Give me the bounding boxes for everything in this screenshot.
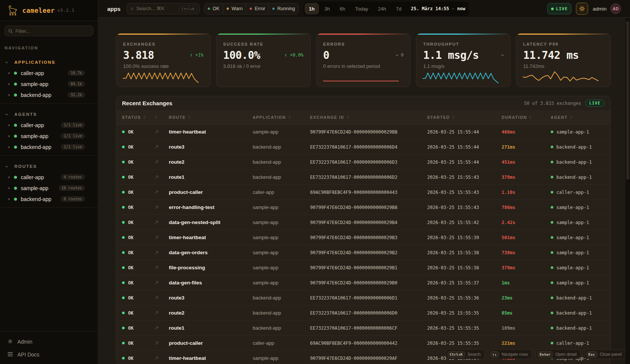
sidebar-item-sample-app[interactable]: sample-app84.1k — [0, 78, 98, 89]
sidebar-item-caller-app[interactable]: caller-app10.7k — [0, 68, 98, 78]
column-header-application[interactable]: APPLICATION — [253, 115, 310, 120]
agent-cell: sample-app-1 — [551, 220, 605, 225]
column-header-status[interactable]: STATUS — [122, 115, 154, 120]
column-header-label: STATUS — [122, 115, 141, 120]
open-exchange-cell[interactable] — [154, 145, 169, 149]
range-button-today[interactable]: Today — [351, 3, 372, 14]
sidebar-item-backend-app[interactable]: backend-app1/1 live — [0, 141, 98, 152]
arrow-up-right-icon — [154, 356, 159, 360]
table-row[interactable]: OKproduct-callercaller-app69AC90BF8EBC4F… — [116, 336, 610, 351]
open-exchange-cell[interactable] — [154, 190, 169, 194]
sidebar-item-caller-app[interactable]: caller-app4 routes — [0, 172, 98, 183]
range-button-6h[interactable]: 6h — [335, 3, 349, 14]
column-header-started[interactable]: STARTED — [427, 115, 502, 120]
open-exchange-cell[interactable] — [154, 220, 169, 224]
sidebar-item-backend-app[interactable]: backend-app6 routes — [0, 194, 98, 204]
application-cell: sample-app — [253, 220, 310, 225]
footer-item-admin[interactable]: Admin — [0, 335, 98, 348]
topbar: apps Ctrl+K OKWarnErrorRunning 1h3h6hTod… — [98, 0, 630, 18]
arrow-up-right-icon — [154, 281, 159, 285]
open-exchange-cell[interactable] — [154, 281, 169, 285]
status-filter-error[interactable]: Error — [246, 3, 269, 14]
open-exchange-cell[interactable] — [154, 175, 169, 179]
open-exchange-cell[interactable] — [154, 341, 169, 345]
card-accent-bar — [317, 34, 411, 35]
open-exchange-cell[interactable] — [154, 326, 169, 330]
open-exchange-cell[interactable] — [154, 130, 169, 134]
live-button[interactable]: LIVE — [547, 3, 571, 14]
nav-section-header-routes[interactable]: ROUTES — [0, 161, 98, 172]
sidebar-item-sample-app[interactable]: sample-app16 routes — [0, 183, 98, 194]
table-row[interactable]: OKdata-gen-nested-splitsample-app90799F4… — [116, 215, 610, 230]
open-exchange-cell[interactable] — [154, 235, 169, 240]
agent-label: backend-app-1 — [556, 144, 592, 150]
open-exchange-cell[interactable] — [154, 311, 169, 315]
scrollbar[interactable] — [625, 18, 630, 364]
status-ok-icon — [122, 221, 125, 224]
agent-cell: sample-app-1 — [551, 265, 605, 270]
table-row[interactable]: OKtimer-heartbeatsample-app90799F47E6CD2… — [116, 124, 610, 140]
column-header-agent[interactable]: AGENT — [551, 115, 605, 120]
agent-cell: backend-app-1 — [551, 175, 605, 180]
open-exchange-cell[interactable] — [154, 266, 169, 270]
open-exchange-cell[interactable] — [154, 250, 169, 255]
open-exchange-cell[interactable] — [154, 160, 169, 164]
status-cell: OK — [122, 129, 154, 135]
duration-cell: 2.42s — [502, 220, 551, 225]
table-row[interactable]: OKroute1backend-appEE7322370A10617-00000… — [116, 170, 610, 185]
column-header-route[interactable]: ROUTE — [169, 115, 253, 120]
live-label: LIVE — [556, 6, 568, 11]
exchange-id-cell: 90799F47E6CD24D-00000000000029B3 — [310, 235, 427, 240]
column-header-duration[interactable]: DURATION — [502, 115, 551, 120]
status-label: OK — [128, 356, 133, 361]
exchange-id-cell: EE7322370A10617-00000000000006D4 — [310, 144, 427, 150]
range-button-3h[interactable]: 3h — [320, 3, 334, 14]
table-row[interactable]: OKerror-handling-testsample-app90799F47E… — [116, 200, 610, 215]
agent-label: backend-app-1 — [556, 310, 592, 316]
status-filter-ok[interactable]: OK — [204, 3, 223, 14]
filter-box[interactable] — [5, 26, 93, 36]
table-row[interactable]: OKroute3backend-appEE7322370A10617-00000… — [116, 140, 610, 155]
avatar[interactable]: AD — [610, 3, 621, 14]
open-exchange-cell[interactable] — [154, 296, 169, 300]
table-row[interactable]: OKroute3backend-appEE7322370A10617-00000… — [116, 290, 610, 306]
open-exchange-cell[interactable] — [154, 356, 169, 360]
status-label: OK — [128, 160, 133, 165]
filter-input[interactable] — [15, 28, 90, 34]
status-filter-warn[interactable]: Warn — [223, 3, 246, 14]
column-header-open[interactable] — [154, 115, 169, 119]
table-row[interactable]: OKtimer-heartbeatsample-app90799F47E6CD2… — [116, 230, 610, 245]
table-row[interactable]: OKroute1backend-appEE7322370A10617-00000… — [116, 321, 610, 336]
table-row[interactable]: OKroute2backend-appEE7322370A10617-00000… — [116, 155, 610, 170]
column-header-exchange-id[interactable]: EXCHANGE ID — [310, 115, 427, 120]
nav-section-header-applications[interactable]: APPLICATIONS — [0, 57, 98, 68]
stat-sparkline — [523, 70, 598, 83]
sidebar-item-backend-app[interactable]: backend-app32.2k — [0, 89, 98, 100]
application-cell: backend-app — [253, 174, 310, 180]
range-button-7d[interactable]: 7d — [392, 3, 405, 14]
status-label: OK — [128, 144, 133, 150]
range-button-24h[interactable]: 24h — [374, 3, 391, 14]
duration-cell: 1.10s — [502, 190, 551, 195]
footer-item-api-docs[interactable]: API Docs — [0, 348, 98, 361]
table-row[interactable]: OKroute2backend-appEE7322370A10617-00000… — [116, 306, 610, 321]
search-input[interactable] — [136, 6, 177, 11]
search-box[interactable]: Ctrl+K — [127, 3, 200, 14]
scrollbar-thumb[interactable] — [626, 21, 629, 180]
nav-section-header-agents[interactable]: AGENTS — [0, 109, 98, 120]
stat-sparkline — [123, 70, 198, 83]
nav-label: NAVIGATION — [5, 46, 93, 50]
sidebar-item-sample-app[interactable]: sample-app1/1 live — [0, 131, 98, 141]
theme-toggle-button[interactable] — [576, 3, 588, 15]
status-filter-running[interactable]: Running — [269, 3, 298, 14]
range-button-1h[interactable]: 1h — [305, 3, 319, 14]
table-row[interactable]: OKdata-gen-filessample-app90799F47E6CD24… — [116, 275, 610, 290]
chevron-down-icon — [5, 165, 8, 168]
table-row[interactable]: OKfile-processingsample-app90799F47E6CD2… — [116, 260, 610, 275]
table-row[interactable]: OKdata-gen-orderssample-app90799F47E6CD2… — [116, 245, 610, 260]
agent-label: sample-app-1 — [556, 265, 589, 270]
table-row[interactable]: OKproduct-callercaller-app69AC90BF8EBC4F… — [116, 185, 610, 200]
sidebar-item-caller-app[interactable]: caller-app1/1 live — [0, 120, 98, 131]
status-ok-icon — [122, 281, 125, 284]
open-exchange-cell[interactable] — [154, 205, 169, 209]
